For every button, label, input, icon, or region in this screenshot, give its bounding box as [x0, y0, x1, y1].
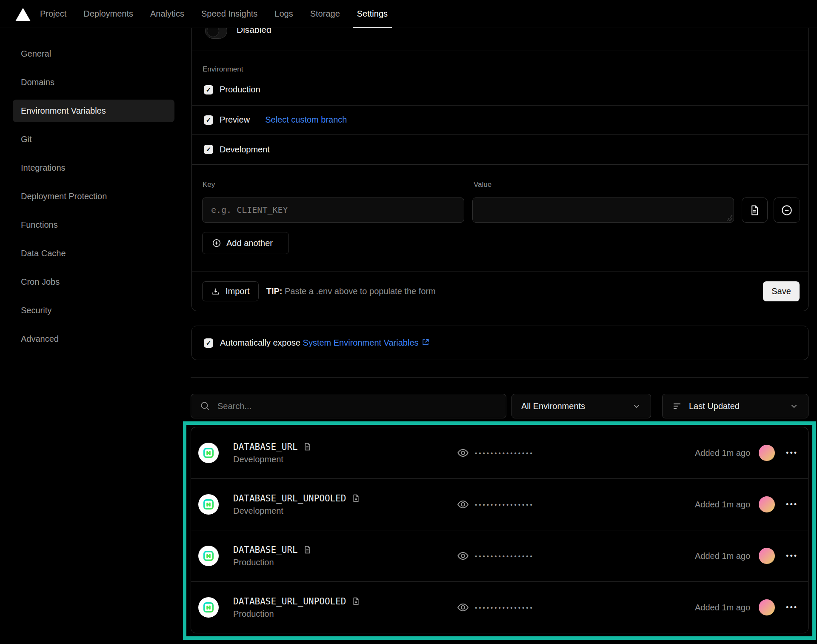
- add-another-label: Add another: [226, 238, 273, 248]
- add-another-button[interactable]: Add another: [202, 232, 289, 254]
- search-icon: [200, 401, 211, 412]
- value-input[interactable]: [472, 197, 734, 223]
- env-var-row[interactable]: DATABASE_URL Production ••••••••••••••• …: [191, 530, 808, 581]
- env-var-value-block: •••••••••••••••: [457, 601, 534, 614]
- env-var-row[interactable]: DATABASE_URL_UNPOOLED Production •••••••…: [191, 581, 808, 633]
- env-var-key-block: DATABASE_URL Production: [233, 545, 457, 567]
- sidebar-item-deployment-protection[interactable]: Deployment Protection: [13, 185, 174, 208]
- value-input-wrap: [472, 197, 734, 223]
- nav-items: Project Deployments Analytics Speed Insi…: [40, 0, 388, 28]
- system-env-vars-link[interactable]: System Environment Variables: [303, 338, 419, 347]
- row-menu-button[interactable]: •••: [786, 603, 798, 612]
- sidebar-item-cron-jobs[interactable]: Cron Jobs: [13, 271, 174, 293]
- row-menu-button[interactable]: •••: [786, 449, 798, 458]
- environment-preview-row: ✓ Preview Select custom branch: [192, 106, 808, 134]
- sidebar-item-git[interactable]: Git: [13, 128, 174, 151]
- env-var-name: DATABASE_URL_UNPOOLED: [233, 493, 346, 504]
- sidebar-item-domains[interactable]: Domains: [13, 71, 174, 94]
- preview-checkbox-label: Preview: [220, 115, 250, 125]
- user-avatar: [759, 599, 775, 615]
- env-var-environment: Development: [233, 455, 457, 464]
- key-field-label: Key: [203, 180, 474, 189]
- sidebar-item-integrations[interactable]: Integrations: [13, 157, 174, 179]
- preview-checkbox[interactable]: ✓: [204, 115, 213, 125]
- sort-select[interactable]: Last Updated: [662, 394, 808, 418]
- sidebar-item-environment-variables[interactable]: Environment Variables: [13, 100, 174, 122]
- env-var-key-block: DATABASE_URL Development: [233, 442, 457, 464]
- environment-development-row: ✓ Development: [192, 135, 808, 164]
- development-checkbox[interactable]: ✓: [204, 145, 213, 154]
- eye-icon[interactable]: [457, 550, 469, 562]
- nav-item-project[interactable]: Project: [40, 0, 66, 28]
- sidebar-item-advanced[interactable]: Advanced: [13, 328, 174, 350]
- env-var-name: DATABASE_URL: [233, 442, 298, 452]
- note-icon[interactable]: [351, 597, 360, 606]
- eye-icon[interactable]: [457, 601, 469, 614]
- eye-icon[interactable]: [457, 498, 469, 511]
- vercel-logo[interactable]: [15, 0, 31, 28]
- env-var-name: DATABASE_URL_UNPOOLED: [233, 596, 346, 607]
- tip-text: TIP: Paste a .env above to populate the …: [266, 286, 436, 296]
- env-var-row[interactable]: DATABASE_URL Development •••••••••••••••…: [191, 427, 808, 478]
- sidebar-item-functions[interactable]: Functions: [13, 214, 174, 236]
- production-checkbox[interactable]: ✓: [204, 85, 213, 94]
- env-var-row[interactable]: DATABASE_URL_UNPOOLED Development ••••••…: [191, 478, 808, 530]
- row-menu-button[interactable]: •••: [786, 500, 798, 509]
- neon-logo-icon: [203, 550, 214, 562]
- environment-filter-value: All Environments: [521, 401, 585, 411]
- masked-value: •••••••••••••••: [475, 552, 534, 560]
- nav-item-speed-insights[interactable]: Speed Insights: [201, 0, 257, 28]
- nav-item-storage[interactable]: Storage: [310, 0, 340, 28]
- env-var-environment: Production: [233, 609, 457, 619]
- masked-value: •••••••••••••••: [475, 501, 534, 508]
- env-var-value-block: •••••••••••••••: [457, 550, 534, 562]
- tip-label: TIP:: [266, 286, 283, 296]
- chevron-down-icon: [789, 401, 799, 411]
- note-icon[interactable]: [351, 494, 360, 503]
- import-button-label: Import: [226, 286, 250, 296]
- production-checkbox-label: Production: [220, 85, 260, 94]
- neon-integration-avatar: [198, 597, 219, 618]
- neon-logo-icon: [203, 447, 214, 459]
- vercel-triangle-icon: [15, 7, 31, 21]
- nav-item-analytics[interactable]: Analytics: [150, 0, 184, 28]
- neon-integration-avatar: [198, 443, 219, 463]
- search-input[interactable]: [217, 401, 497, 411]
- nav-item-settings[interactable]: Settings: [357, 0, 388, 28]
- note-icon[interactable]: [303, 442, 312, 451]
- resize-grip[interactable]: [726, 215, 732, 221]
- env-var-form-card: Disabled Environment ✓ Production ✓ Prev…: [191, 0, 808, 311]
- environment-filter-select[interactable]: All Environments: [511, 394, 651, 418]
- added-timestamp: Added 1m ago: [695, 551, 750, 561]
- divider: [192, 164, 808, 165]
- row-menu-button[interactable]: •••: [786, 552, 798, 561]
- user-avatar: [759, 445, 775, 461]
- expose-checkbox[interactable]: ✓: [204, 338, 213, 348]
- env-var-value-block: •••••••••••••••: [457, 447, 534, 459]
- sidebar-item-data-cache[interactable]: Data Cache: [13, 242, 174, 265]
- env-var-environment: Production: [233, 558, 457, 567]
- import-button[interactable]: Import: [202, 281, 259, 301]
- key-input[interactable]: [202, 197, 464, 223]
- env-var-key-block: DATABASE_URL_UNPOOLED Production: [233, 596, 457, 619]
- remove-row-button[interactable]: [774, 197, 800, 223]
- file-icon: [748, 204, 760, 216]
- search-box: [191, 394, 506, 418]
- divider: [192, 51, 808, 51]
- sidebar-item-general[interactable]: General: [13, 43, 174, 65]
- nav-item-logs[interactable]: Logs: [274, 0, 293, 28]
- key-value-labels: Key Value: [203, 180, 808, 189]
- save-button[interactable]: Save: [763, 281, 800, 301]
- environment-section-label: Environment: [203, 65, 808, 74]
- eye-icon[interactable]: [457, 447, 469, 459]
- env-var-key-block: DATABASE_URL_UNPOOLED Development: [233, 493, 457, 516]
- paste-env-file-button[interactable]: [742, 197, 768, 223]
- expose-text-prefix: Automatically expose: [220, 338, 303, 347]
- select-custom-branch-link[interactable]: Select custom branch: [265, 115, 347, 125]
- sidebar-item-security[interactable]: Security: [13, 299, 174, 322]
- note-icon[interactable]: [303, 545, 312, 554]
- sort-value: Last Updated: [689, 401, 740, 411]
- nav-item-deployments[interactable]: Deployments: [83, 0, 133, 28]
- environment-production-row: ✓ Production: [192, 74, 808, 105]
- user-avatar: [759, 548, 775, 564]
